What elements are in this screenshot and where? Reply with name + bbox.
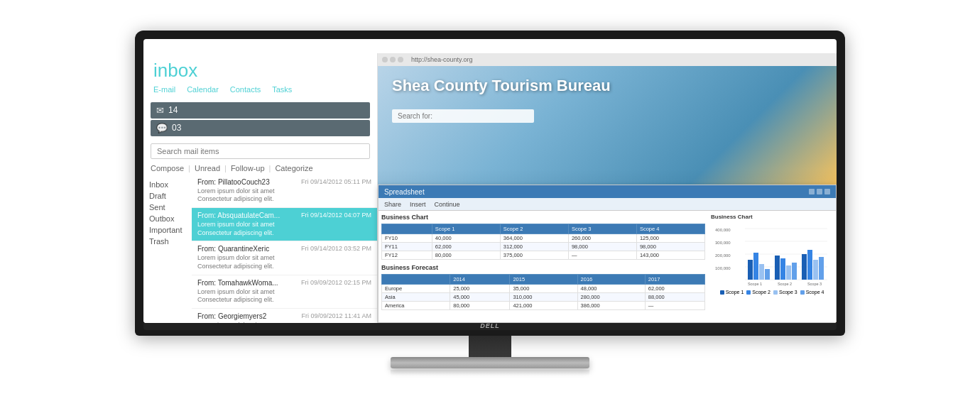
email-content-area: Inbox Draft Sent Outbox Important Trash … bbox=[143, 175, 377, 323]
col-header bbox=[382, 224, 432, 234]
svg-text:Scope 3: Scope 3 bbox=[807, 282, 822, 286]
chat-count: 03 bbox=[172, 123, 181, 133]
table-row: America 80,000 421,000 386,000 — bbox=[382, 302, 705, 310]
legend-color bbox=[800, 290, 805, 295]
message-item-active[interactable]: From: AbsquatulateCam... Fri 09/14/2012 … bbox=[192, 208, 377, 241]
email-pane: inbox E-mail Calendar Contacts Tasks ✉ 1… bbox=[143, 53, 378, 323]
inbox-title: inbox bbox=[153, 60, 367, 81]
email-nav: E-mail Calendar Contacts Tasks bbox=[153, 85, 367, 94]
business-forecast-label: Business Forecast bbox=[381, 264, 705, 271]
spreadsheet-content: Business Chart Scope 1 Scope 2 Scope 3 S… bbox=[379, 211, 836, 322]
svg-rect-14 bbox=[780, 258, 785, 280]
svg-text:300,000: 300,000 bbox=[715, 241, 731, 245]
tourism-title: Shea County Tourism Bureau bbox=[392, 77, 611, 95]
browser-url: http://shea-county.org bbox=[411, 56, 472, 63]
svg-rect-9 bbox=[748, 260, 753, 280]
legend-color bbox=[720, 290, 724, 295]
maximize-icon[interactable] bbox=[398, 57, 403, 62]
email-toolbar: Compose | Unread | Follow-up | Categoriz… bbox=[143, 162, 377, 175]
tourism-search bbox=[392, 109, 534, 123]
message-item[interactable]: From: Georgiemyers2 Fri 09/09/2012 11:41… bbox=[192, 309, 377, 323]
spreadsheet-titlebar: Spreadsheet bbox=[379, 185, 836, 198]
chart-legend: Scope 1 Scope 2 Scope 3 bbox=[720, 290, 824, 295]
close-icon[interactable] bbox=[382, 57, 388, 62]
monitor-screen: inbox E-mail Calendar Contacts Tasks ✉ 1… bbox=[143, 39, 837, 323]
forecast-section: Business Forecast 2014 2015 2016 bbox=[381, 264, 705, 310]
mail-icon: ✉ bbox=[156, 105, 164, 116]
svg-rect-20 bbox=[819, 257, 824, 280]
svg-rect-15 bbox=[786, 265, 791, 280]
search-input[interactable] bbox=[151, 143, 370, 159]
legend-scope4: Scope 4 bbox=[800, 290, 824, 295]
followup-button[interactable]: Follow-up bbox=[231, 164, 265, 172]
unread-button[interactable]: Unread bbox=[195, 164, 220, 172]
svg-rect-12 bbox=[765, 269, 770, 280]
toolbar-continue[interactable]: Continue bbox=[435, 201, 460, 208]
folder-outbox[interactable]: Outbox bbox=[149, 213, 186, 224]
table-row: FY12 80,000 375,000 — 143,000 bbox=[382, 251, 705, 260]
tourism-search-input[interactable] bbox=[392, 109, 534, 123]
folder-trash[interactable]: Trash bbox=[149, 236, 186, 247]
folder-draft[interactable]: Draft bbox=[149, 190, 186, 202]
spreadsheet-title: Spreadsheet bbox=[384, 188, 425, 196]
folder-inbox[interactable]: Inbox bbox=[149, 179, 186, 190]
right-pane: http://shea-county.org Shea County Touri… bbox=[378, 53, 837, 323]
minimize-icon[interactable] bbox=[390, 57, 396, 62]
spreadsheet-chart-area: Business Chart 400,000 300,000 200,000 1… bbox=[708, 211, 836, 322]
nav-contacts[interactable]: Contacts bbox=[230, 85, 261, 94]
close-icon[interactable] bbox=[824, 189, 830, 194]
table-row: FY10 40,000 364,000 260,000 125,000 bbox=[382, 234, 705, 243]
col-header: Scope 3 bbox=[568, 224, 636, 234]
svg-rect-13 bbox=[775, 256, 780, 280]
toolbar-insert[interactable]: Insert bbox=[410, 201, 426, 208]
monitor-body: inbox E-mail Calendar Contacts Tasks ✉ 1… bbox=[135, 31, 845, 336]
toolbar-share[interactable]: Share bbox=[384, 201, 401, 208]
folder-sent[interactable]: Sent bbox=[149, 202, 186, 213]
bar-chart: 400,000 300,000 200,000 100,000 bbox=[715, 223, 829, 287]
mail-counter: ✉ 14 bbox=[151, 102, 370, 119]
table-row: Asia 45,000 310,000 280,000 88,000 bbox=[382, 293, 705, 302]
svg-rect-19 bbox=[813, 260, 818, 280]
business-chart-label: Business Chart bbox=[381, 214, 705, 221]
message-item[interactable]: From: TomahawkWoma... Fri 09/09/2012 02:… bbox=[192, 275, 377, 309]
col-header: Scope 4 bbox=[636, 224, 704, 234]
svg-rect-10 bbox=[753, 253, 758, 280]
monitor-reflection bbox=[391, 370, 589, 375]
email-counters: ✉ 14 💬 03 bbox=[143, 98, 377, 141]
mail-count: 14 bbox=[168, 105, 178, 115]
svg-rect-11 bbox=[759, 264, 764, 280]
forecast-table: 2014 2015 2016 2017 Europe bbox=[381, 274, 705, 310]
nav-tasks[interactable]: Tasks bbox=[272, 85, 292, 94]
spreadsheet-window: Spreadsheet Share Insert Continue bbox=[378, 185, 837, 323]
browser-titlebar: http://shea-county.org bbox=[378, 53, 837, 66]
svg-text:400,000: 400,000 bbox=[715, 228, 731, 232]
monitor-base bbox=[391, 357, 589, 368]
spreadsheet-left: Business Chart Scope 1 Scope 2 Scope 3 S… bbox=[379, 211, 708, 322]
folder-important[interactable]: Important bbox=[149, 224, 186, 236]
nav-calendar[interactable]: Calendar bbox=[187, 85, 219, 94]
svg-text:200,000: 200,000 bbox=[715, 253, 731, 258]
col-header: Scope 2 bbox=[500, 224, 568, 234]
folders-list: Inbox Draft Sent Outbox Important Trash bbox=[143, 175, 192, 323]
maximize-icon[interactable] bbox=[817, 189, 822, 194]
legend-scope2: Scope 2 bbox=[746, 290, 771, 295]
svg-text:Scope 2: Scope 2 bbox=[778, 282, 792, 286]
svg-rect-18 bbox=[807, 250, 812, 280]
message-item[interactable]: From: PillatooCouch23 Fri 09/14/2012 05:… bbox=[192, 175, 377, 208]
legend-scope3: Scope 3 bbox=[773, 290, 797, 295]
nav-email[interactable]: E-mail bbox=[153, 85, 175, 94]
svg-rect-16 bbox=[792, 263, 797, 280]
monitor: inbox E-mail Calendar Contacts Tasks ✉ 1… bbox=[99, 31, 881, 375]
categorize-button[interactable]: Categorize bbox=[275, 164, 312, 172]
svg-text:Scope 1: Scope 1 bbox=[748, 282, 762, 286]
chart-title: Business Chart bbox=[711, 214, 753, 220]
minimize-icon[interactable] bbox=[809, 189, 815, 194]
monitor-bottom-bar: DELL bbox=[143, 323, 837, 330]
dell-logo: DELL bbox=[480, 322, 500, 329]
messages-list: From: PillatooCouch23 Fri 09/14/2012 05:… bbox=[192, 175, 377, 323]
chat-icon: 💬 bbox=[156, 123, 168, 133]
chat-counter: 💬 03 bbox=[151, 120, 370, 136]
message-item[interactable]: From: QuarantineXeric Fri 09/14/2012 03:… bbox=[192, 241, 377, 275]
monitor-neck bbox=[469, 336, 511, 357]
compose-button[interactable]: Compose bbox=[151, 164, 184, 172]
